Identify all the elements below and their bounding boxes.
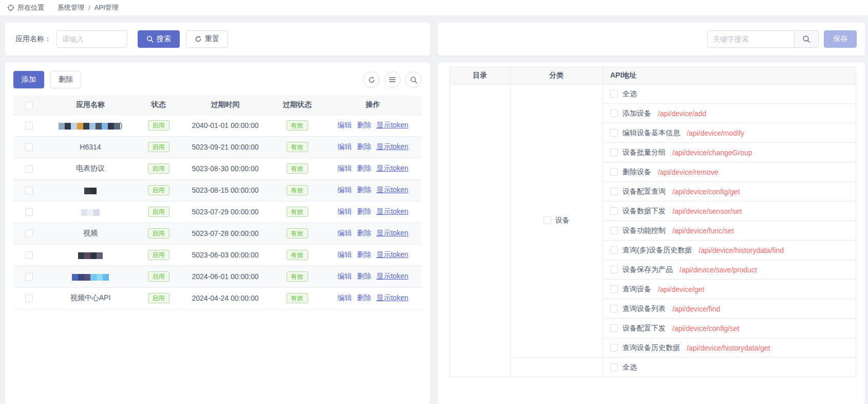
- row-checkbox[interactable]: [25, 273, 33, 281]
- expire-time-cell: 5023-06-03 00:00:00: [180, 244, 270, 266]
- delete-link[interactable]: 删除: [357, 272, 371, 280]
- header-category: 分类: [511, 67, 603, 84]
- row-checkbox[interactable]: [25, 230, 33, 237]
- search-button[interactable]: 搜索: [138, 30, 180, 48]
- row-checkbox-cell: [13, 244, 44, 266]
- delete-link[interactable]: 删除: [357, 142, 371, 151]
- row-checkbox[interactable]: [25, 295, 33, 302]
- category-checkbox[interactable]: [543, 216, 551, 224]
- expire-time-cell: 5023-08-30 00:00:00: [180, 158, 270, 179]
- delete-link[interactable]: 删除: [357, 121, 371, 129]
- api-checkbox[interactable]: [610, 207, 618, 215]
- api-address-cell: 设备批量分组/api/device/changeGroup: [603, 143, 856, 162]
- edit-link[interactable]: 编辑: [337, 207, 352, 215]
- expire-status-badge: 有效: [287, 250, 308, 260]
- reset-button[interactable]: 重置: [186, 30, 228, 48]
- delete-link[interactable]: 删除: [357, 293, 371, 302]
- keyword-search-button[interactable]: [795, 30, 819, 48]
- delete-button[interactable]: 删除: [50, 71, 81, 88]
- row-checkbox[interactable]: [25, 165, 33, 173]
- app-name-cell: [44, 266, 137, 287]
- row-checkbox-cell: [13, 287, 44, 309]
- select-all-checkbox[interactable]: [610, 363, 618, 371]
- refresh-table-button[interactable]: [363, 71, 380, 88]
- api-checkbox[interactable]: [610, 109, 618, 117]
- api-checkbox[interactable]: [610, 266, 618, 273]
- api-checkbox[interactable]: [610, 149, 618, 156]
- delete-link[interactable]: 删除: [357, 164, 371, 172]
- edit-link[interactable]: 编辑: [337, 186, 352, 194]
- row-checkbox[interactable]: [25, 122, 33, 130]
- api-row: 设备全选: [450, 84, 856, 104]
- api-checkbox[interactable]: [610, 285, 618, 293]
- show-token-link[interactable]: 显示token: [376, 293, 408, 302]
- row-checkbox[interactable]: [25, 143, 33, 151]
- status-cell: 启用: [137, 179, 180, 201]
- status-badge: 启用: [148, 142, 169, 152]
- show-token-link[interactable]: 显示token: [376, 164, 408, 172]
- row-checkbox[interactable]: [25, 251, 33, 259]
- show-token-link[interactable]: 显示token: [376, 121, 408, 129]
- edit-link[interactable]: 编辑: [337, 142, 352, 151]
- show-token-link[interactable]: 显示token: [376, 250, 408, 259]
- save-button[interactable]: 保存: [824, 30, 857, 48]
- table-search-button[interactable]: [405, 71, 422, 88]
- show-token-link[interactable]: 显示token: [376, 207, 408, 215]
- delete-link[interactable]: 删除: [357, 250, 371, 259]
- api-path: /api/device/save/product: [680, 266, 757, 274]
- delete-link[interactable]: 删除: [357, 229, 371, 237]
- row-checkbox-cell: [13, 158, 44, 179]
- row-checkbox[interactable]: [25, 187, 33, 194]
- api-path: /api/device/changeGroup: [672, 149, 752, 157]
- api-checkbox[interactable]: [610, 168, 618, 176]
- keyword-search-input[interactable]: [707, 30, 795, 48]
- edit-link[interactable]: 编辑: [337, 272, 352, 280]
- edit-link[interactable]: 编辑: [337, 229, 352, 237]
- breadcrumb-item-system[interactable]: 系统管理: [58, 3, 84, 12]
- status-cell: 启用: [137, 158, 180, 179]
- edit-link[interactable]: 编辑: [337, 293, 352, 302]
- edit-link[interactable]: 编辑: [337, 250, 352, 259]
- api-path: /api/device/sensor/set: [672, 207, 742, 215]
- api-checkbox[interactable]: [610, 188, 618, 195]
- edit-link[interactable]: 编辑: [337, 164, 352, 172]
- expire-status-badge: 有效: [287, 120, 308, 131]
- api-label: 查询设备: [622, 285, 651, 294]
- app-name-input[interactable]: [56, 30, 127, 48]
- show-token-link[interactable]: 显示token: [376, 272, 408, 280]
- magnifier-icon: [802, 35, 810, 43]
- app-name-cell: [44, 244, 137, 266]
- columns-menu-button[interactable]: [384, 71, 401, 88]
- api-checkbox[interactable]: [610, 129, 618, 137]
- select-all-checkbox[interactable]: [25, 102, 33, 109]
- api-checkbox[interactable]: [610, 305, 618, 313]
- filter-card: 应用名称： 搜索 重置: [5, 23, 430, 56]
- delete-link[interactable]: 删除: [357, 207, 371, 215]
- right-panel: 保存 目录 分类 API地址 设备全选添加设备/api/device/add编辑…: [438, 23, 865, 404]
- show-token-link[interactable]: 显示token: [376, 229, 408, 237]
- show-token-link[interactable]: 显示token: [376, 142, 408, 151]
- row-checkbox-cell: [13, 115, 44, 136]
- api-label: 删除设备: [622, 168, 651, 177]
- expire-status-cell: 有效: [270, 223, 324, 244]
- api-label: 添加设备: [622, 109, 651, 118]
- api-checkbox[interactable]: [610, 344, 618, 352]
- app-name-cell: [44, 201, 137, 223]
- expire-time-cell: 2040-01-01 00:00:00: [180, 115, 270, 136]
- main-content: 应用名称： 搜索 重置: [0, 15, 868, 404]
- edit-link[interactable]: 编辑: [337, 121, 352, 129]
- row-checkbox-cell: [13, 136, 44, 158]
- api-table-header-row: 目录 分类 API地址: [450, 67, 856, 84]
- select-all-checkbox[interactable]: [610, 90, 618, 98]
- delete-link[interactable]: 删除: [357, 186, 371, 194]
- api-checkbox[interactable]: [610, 246, 618, 254]
- api-table-body: 设备全选添加设备/api/device/add编辑设备基本信息/api/devi…: [450, 84, 856, 377]
- row-checkbox[interactable]: [25, 208, 33, 216]
- operations-cell: 编辑删除显示token: [324, 179, 422, 201]
- magnifier-icon: [410, 76, 418, 84]
- api-checkbox[interactable]: [610, 227, 618, 234]
- add-button[interactable]: 添加: [13, 71, 44, 88]
- show-token-link[interactable]: 显示token: [376, 186, 408, 194]
- row-checkbox-cell: [13, 223, 44, 244]
- api-checkbox[interactable]: [610, 324, 618, 332]
